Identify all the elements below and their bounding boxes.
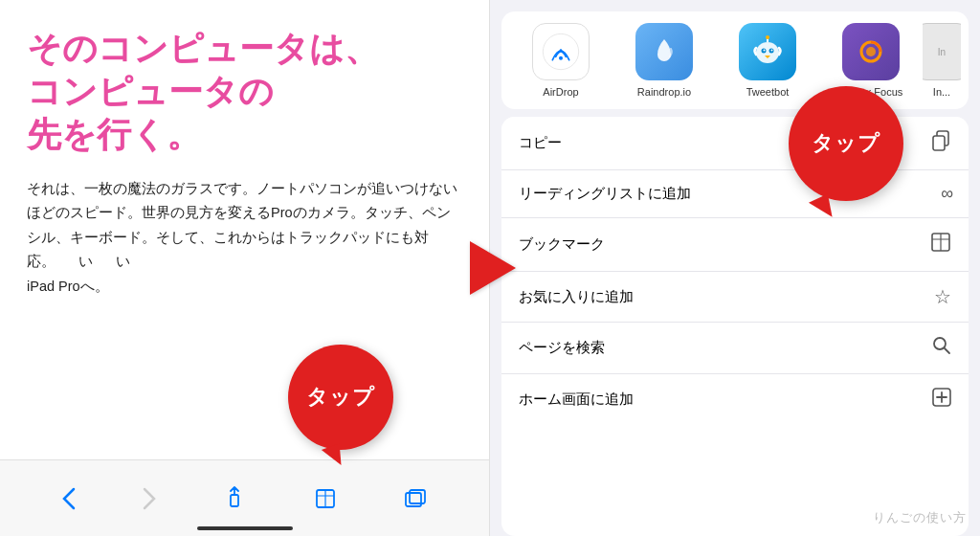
tap-bubble-right: タップ bbox=[789, 86, 903, 201]
main-title: そのコンピュータは、コンピュータの先を行く。 bbox=[27, 27, 462, 156]
menu-item-favorites-label: お気に入りに追加 bbox=[519, 288, 634, 306]
tap-label-left: タップ bbox=[306, 383, 375, 412]
home-indicator bbox=[197, 526, 293, 530]
share-menu-list: コピー リーディングリストに追加 ∞ ブックマーク お気に入りに追加 ☆ ページ… bbox=[501, 117, 969, 536]
svg-rect-2 bbox=[406, 493, 421, 506]
menu-item-favorites[interactable]: お気に入りに追加 ☆ bbox=[501, 272, 969, 323]
forward-button[interactable] bbox=[143, 487, 156, 510]
app-icon-airdrop[interactable]: AirDrop bbox=[509, 23, 612, 98]
firefox-icon-bg bbox=[842, 23, 900, 80]
tweetbot-label: Tweetbot bbox=[716, 86, 819, 98]
bottom-toolbar bbox=[0, 459, 489, 536]
svg-point-6 bbox=[756, 42, 779, 63]
add-icon bbox=[932, 388, 951, 412]
raindrop-icon-bg bbox=[635, 23, 693, 80]
svg-line-19 bbox=[945, 348, 949, 353]
back-button[interactable] bbox=[62, 487, 76, 510]
left-panel: そのコンピュータは、コンピュータの先を行く。 それは、一枚の魔法のガラスです。ノ… bbox=[0, 0, 490, 536]
svg-point-10 bbox=[771, 50, 773, 52]
svg-rect-16 bbox=[933, 136, 945, 150]
right-panel: AirDrop Raindrop.io bbox=[490, 0, 980, 536]
app-icon-ind[interactable]: In In... bbox=[923, 23, 961, 98]
body-text: それは、一枚の魔法のガラスです。ノートパソコンが追いつけないほどのスピード。世界… bbox=[27, 177, 462, 299]
tap-label-right: タップ bbox=[812, 129, 880, 158]
ind-icon-bg: In bbox=[923, 23, 961, 80]
navigation-arrow bbox=[470, 241, 516, 295]
favorites-icon: ☆ bbox=[934, 285, 951, 308]
app-icon-raindrop[interactable]: Raindrop.io bbox=[612, 23, 716, 98]
svg-point-14 bbox=[866, 47, 876, 56]
share-apps-row: AirDrop Raindrop.io bbox=[501, 11, 969, 109]
airdrop-icon-bg bbox=[532, 23, 590, 80]
menu-item-bookmark[interactable]: ブックマーク bbox=[501, 218, 969, 272]
left-content: そのコンピュータは、コンピュータの先を行く。 それは、一枚の魔法のガラスです。ノ… bbox=[0, 0, 489, 459]
airdrop-label: AirDrop bbox=[509, 86, 612, 98]
svg-rect-0 bbox=[231, 495, 238, 506]
search-icon bbox=[932, 336, 951, 360]
svg-point-12 bbox=[766, 35, 769, 39]
tweetbot-icon-bg bbox=[739, 23, 796, 80]
bookmarks-button[interactable] bbox=[314, 487, 337, 510]
raindrop-label: Raindrop.io bbox=[612, 86, 716, 98]
reading-list-icon: ∞ bbox=[941, 184, 951, 204]
right-arrow-icon bbox=[470, 241, 516, 295]
bookmark-icon bbox=[930, 232, 951, 257]
menu-item-add-home[interactable]: ホーム画面に追加 bbox=[501, 374, 969, 425]
ind-label: In... bbox=[923, 86, 961, 98]
svg-point-9 bbox=[764, 50, 766, 52]
copy-icon bbox=[930, 130, 951, 156]
menu-item-reading-label: リーディングリストに追加 bbox=[519, 185, 691, 203]
svg-rect-3 bbox=[410, 490, 425, 503]
app-icon-tweetbot[interactable]: Tweetbot bbox=[716, 23, 819, 98]
menu-item-find[interactable]: ページを検索 bbox=[501, 323, 969, 374]
share-button[interactable] bbox=[223, 485, 246, 512]
menu-item-find-label: ページを検索 bbox=[519, 339, 605, 357]
menu-item-reading-list[interactable]: リーディングリストに追加 ∞ bbox=[501, 170, 969, 218]
menu-item-copy-label: コピー bbox=[519, 134, 562, 152]
tap-bubble-left: タップ bbox=[288, 345, 393, 450]
tabs-button[interactable] bbox=[404, 487, 427, 510]
watermark: りんごの使い方 bbox=[873, 509, 967, 526]
menu-item-add-home-label: ホーム画面に追加 bbox=[519, 391, 634, 409]
svg-point-5 bbox=[559, 56, 563, 60]
menu-item-bookmark-label: ブックマーク bbox=[519, 235, 605, 254]
svg-point-18 bbox=[934, 338, 946, 349]
